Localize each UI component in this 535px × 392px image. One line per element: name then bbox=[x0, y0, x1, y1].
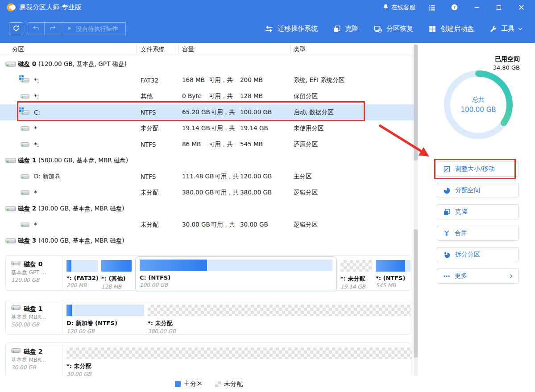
app-window: 易我分区大师 专业版 在线客服 ? bbox=[0, 0, 535, 392]
online-service-button[interactable]: 在线客服 bbox=[382, 4, 415, 12]
disk-name: 磁盘 3(40.00 GB, 基本盘, MBR 磁盘) bbox=[18, 237, 124, 245]
partition-usage-bar bbox=[101, 260, 132, 272]
system-badge-icon bbox=[19, 107, 24, 112]
merge-icon bbox=[443, 230, 450, 237]
capacity-value: 0 Byte可用，共128 MB bbox=[182, 92, 294, 100]
refresh-button[interactable] bbox=[9, 22, 23, 35]
more-button[interactable]: 更多 bbox=[437, 268, 519, 284]
partition-block-label: *: 未分配 bbox=[340, 275, 372, 283]
action-button-label: 克隆 bbox=[455, 208, 468, 216]
total-space: 545 MB bbox=[240, 140, 263, 148]
execute-operations-button[interactable]: 没有待执行操作 bbox=[61, 23, 125, 35]
table-row-partition[interactable]: *未分配380.00 GB可用，共380.00 GB逻辑分区 bbox=[0, 185, 414, 201]
used-fill bbox=[140, 260, 207, 271]
free-space: 30.00 GB bbox=[182, 221, 210, 228]
app-title: 易我分区大师 专业版 bbox=[19, 3, 82, 12]
disk-size: 120.00 GB bbox=[11, 276, 60, 284]
free-space: 111.48 GB bbox=[182, 173, 214, 180]
maximize-button[interactable] bbox=[493, 2, 505, 13]
partition-block[interactable]: *: (其他)128 MB bbox=[101, 260, 132, 290]
partition-name: D: 新加卷 bbox=[34, 173, 61, 181]
table-row-partition[interactable]: *未分配30.00 GB可用，共30.00 GB逻辑分区 bbox=[0, 217, 414, 233]
operation-list-icon[interactable] bbox=[426, 2, 438, 13]
table-row-partition[interactable]: *:NTFS86 MB可用，共545 MB还原分区 bbox=[0, 136, 414, 153]
partition-block[interactable]: C: (NTFS)100.00 GB bbox=[135, 256, 337, 292]
partition-type: 保留分区 bbox=[294, 92, 318, 100]
table-row-partition[interactable]: *:FAT32168 MB可用，共200 MB系统, EFI 系统分区 bbox=[0, 72, 414, 88]
merge-button[interactable]: 合并 bbox=[437, 226, 519, 241]
capacity-label: 可用，共 bbox=[215, 189, 239, 196]
partition-usage-bar bbox=[66, 305, 144, 316]
table-row-partition[interactable]: *:其他0 Byte可用，共128 MB保留分区 bbox=[0, 88, 414, 104]
table-row-partition[interactable]: D: 新加卷NTFS111.48 GB可用，共120.00 GB主分区 bbox=[0, 169, 414, 185]
capacity-value: 65.20 GB可用，共100.00 GB bbox=[182, 108, 294, 116]
pending-operations-group: 没有待执行操作 bbox=[28, 22, 126, 35]
table-row-disk[interactable]: 磁盘 2(30.00 GB, 基本盘, MBR 磁盘) bbox=[0, 201, 414, 217]
undo-button[interactable] bbox=[28, 23, 44, 35]
toolbar-create-boot-disk[interactable]: 创建启动盘 bbox=[423, 21, 480, 37]
partition-icon bbox=[21, 222, 29, 228]
partition-usage-bar bbox=[66, 260, 98, 272]
disk-icon bbox=[11, 305, 21, 313]
partition-type: 主分区 bbox=[294, 173, 312, 181]
legend-item-unallocated: 未分配 bbox=[215, 380, 243, 388]
disk-partition-blocks: *: 未分配30.00 GB bbox=[63, 343, 416, 377]
resize-move-button[interactable]: 调整大小/移动 bbox=[437, 161, 519, 177]
close-button[interactable] bbox=[515, 2, 527, 13]
help-icon[interactable]: ? bbox=[448, 2, 460, 13]
partition-type: 逻辑分区 bbox=[294, 221, 318, 229]
svg-text:?: ? bbox=[453, 5, 455, 10]
disk-name: 磁盘 2(30.00 GB, 基本盘, MBR 磁盘) bbox=[18, 205, 124, 213]
table-row-disk[interactable]: 磁盘 3(40.00 GB, 基本盘, MBR 磁盘) bbox=[0, 233, 414, 249]
table-row-disk[interactable]: 磁盘 1(500.00 GB, 基本盘, MBR 磁盘) bbox=[0, 153, 414, 169]
total-space: 100.00 GB bbox=[240, 108, 272, 116]
partition-block[interactable]: *: (NTFS)545 MB bbox=[376, 260, 411, 289]
partition-usage-bar bbox=[376, 260, 411, 272]
table-row-partition[interactable]: *未分配19.14 GB可用，共19.14 GB未使用分区 bbox=[0, 120, 414, 136]
partition-block[interactable]: D: 新加卷 (NTFS)120.00 GB bbox=[66, 305, 144, 334]
header-partition: 分区 bbox=[12, 45, 24, 54]
partition-action-buttons: 调整大小/移动分配空间克隆合并拆分分区更多 bbox=[437, 161, 519, 290]
disk-icon bbox=[5, 61, 16, 68]
disk-panel: 磁盘 1基本盘 MBR...500.00 GBD: 新加卷 (NTFS)120.… bbox=[5, 300, 411, 334]
split-partition-button[interactable]: 拆分分区 bbox=[437, 247, 519, 262]
legend-swatch-unallocated bbox=[215, 381, 221, 387]
partition-name: *: bbox=[34, 93, 39, 100]
partition-block[interactable]: *: (FAT32)200 MB bbox=[66, 260, 98, 289]
unallocated-bar bbox=[148, 305, 411, 316]
allocate-space-button[interactable]: 分配空间 bbox=[437, 183, 519, 198]
clone-partition-button[interactable]: 克隆 bbox=[437, 204, 519, 219]
scrollbar-thumb[interactable] bbox=[414, 229, 418, 358]
play-icon bbox=[66, 25, 72, 33]
system-badge-icon bbox=[19, 75, 24, 80]
partition-block[interactable]: *: 未分配19.14 GB bbox=[340, 260, 372, 290]
disk-partition-blocks: *: (FAT32)200 MB*: (其他)128 MBC: (NTFS)10… bbox=[63, 256, 414, 290]
used-space-donut: 总共 100.00 GB bbox=[440, 67, 516, 143]
wrench-icon bbox=[489, 25, 497, 33]
partition-block-size: 100.00 GB bbox=[140, 282, 332, 288]
capacity-label: 可用，共 bbox=[211, 221, 235, 228]
partition-block[interactable]: *: 未分配30.00 GB bbox=[66, 347, 412, 377]
toolbar-migrate-os[interactable]: 迁移操作系统 bbox=[259, 21, 323, 37]
disk-name: 磁盘 1(500.00 GB, 基本盘, MBR 磁盘) bbox=[18, 157, 128, 165]
partition-block[interactable]: *: 未分配380.00 GB bbox=[148, 305, 411, 334]
table-row-disk[interactable]: 磁盘 0(120.00 GB, 基本盘, GPT 磁盘) bbox=[0, 56, 414, 72]
minimize-button[interactable] bbox=[471, 2, 482, 13]
filesystem-value: 未分配 bbox=[141, 189, 159, 197]
toolbar-clone[interactable]: 克隆 bbox=[327, 21, 364, 37]
toolbar-partition-recovery[interactable]: 分区恢复 bbox=[368, 21, 419, 37]
used-space-label: 已用空间 bbox=[493, 55, 520, 63]
table-row-partition[interactable]: C:NTFS65.20 GB可用，共100.00 GB启动, 数据分区 bbox=[0, 104, 414, 120]
scrollbar-thumb[interactable] bbox=[414, 45, 418, 161]
used-fill bbox=[101, 260, 132, 272]
title-bar: 易我分区大师 专业版 在线客服 ? bbox=[0, 0, 535, 15]
capacity-label: 可用，共 bbox=[211, 124, 235, 132]
capacity-value: 168 MB可用，共200 MB bbox=[182, 76, 294, 84]
toolbar-action-label: 迁移操作系统 bbox=[278, 25, 318, 33]
action-button-label: 合并 bbox=[455, 229, 467, 237]
donut-total-label: 总共 bbox=[472, 96, 485, 104]
action-button-label: 调整大小/移动 bbox=[455, 165, 495, 173]
redo-button[interactable] bbox=[44, 23, 61, 35]
partition-type: 还原分区 bbox=[294, 140, 318, 149]
toolbar-tools[interactable]: 工具 bbox=[483, 21, 529, 37]
